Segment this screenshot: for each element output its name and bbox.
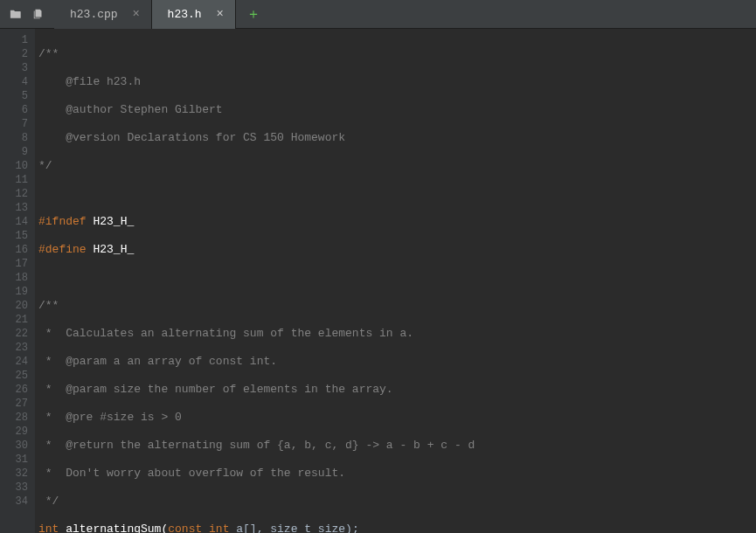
line-number: 25	[0, 369, 28, 383]
close-icon[interactable]: ×	[130, 8, 142, 20]
code-text: * @pre #size is > 0	[38, 411, 182, 424]
code-text: a[], size_t size);	[229, 523, 358, 533]
line-number: 26	[0, 383, 28, 397]
line-number: 13	[0, 201, 28, 215]
line-number: 19	[0, 285, 28, 299]
code-text: * @return the alternating sum of {a, b, …	[38, 439, 475, 452]
code-text: /**	[38, 47, 59, 60]
code-text: @version Declarations for CS 150 Homewor…	[38, 131, 345, 144]
code-text: * Don't worry about overflow of the resu…	[38, 467, 345, 480]
line-number: 34	[0, 495, 28, 509]
code-text: alternatingSum(	[59, 523, 168, 533]
folder-icon[interactable]	[9, 7, 23, 21]
line-number: 5	[0, 89, 28, 103]
line-number: 12	[0, 187, 28, 201]
line-number: 20	[0, 299, 28, 313]
line-number: 7	[0, 117, 28, 131]
line-number: 16	[0, 243, 28, 257]
line-number: 23	[0, 341, 28, 355]
line-number: 4	[0, 75, 28, 89]
code-text: */	[38, 495, 59, 508]
code-text: #define	[38, 243, 93, 256]
line-number: 28	[0, 411, 28, 425]
code-text: H23_H_	[93, 243, 134, 256]
line-number: 2	[0, 47, 28, 61]
line-number: 8	[0, 131, 28, 145]
files-icon[interactable]	[31, 7, 45, 21]
editor-area: 1234567891011121314151617181920212223242…	[0, 29, 756, 533]
tab-label: h23.cpp	[70, 8, 118, 21]
code-text: @file h23.h	[38, 75, 141, 88]
line-number: 15	[0, 229, 28, 243]
line-number: 1	[0, 33, 28, 47]
tab-label: h23.h	[168, 8, 202, 21]
line-number: 10	[0, 159, 28, 173]
line-number: 29	[0, 425, 28, 439]
line-number: 14	[0, 215, 28, 229]
code-text: @author Stephen Gilbert	[38, 103, 223, 116]
code-editor[interactable]: /** @file h23.h @author Stephen Gilbert …	[35, 29, 756, 533]
add-tab-button[interactable]: ＋	[245, 5, 262, 23]
tab-h23-h[interactable]: h23.h ×	[152, 0, 236, 29]
line-number: 22	[0, 327, 28, 341]
code-text: */	[38, 159, 52, 172]
line-number: 21	[0, 313, 28, 327]
line-number: 24	[0, 355, 28, 369]
line-number: 27	[0, 397, 28, 411]
code-text: #ifndef	[38, 215, 93, 228]
line-number: 6	[0, 103, 28, 117]
line-number-gutter: 1234567891011121314151617181920212223242…	[0, 29, 35, 533]
code-text: H23_H_	[93, 215, 134, 228]
line-number: 3	[0, 61, 28, 75]
code-text: * Calculates an alternating sum of the e…	[38, 327, 413, 340]
tab-bar-left-icons	[0, 7, 54, 21]
code-text: /**	[38, 299, 59, 312]
line-number: 32	[0, 467, 28, 481]
line-number: 31	[0, 453, 28, 467]
code-text: const int	[168, 523, 229, 533]
tab-bar: h23.cpp × h23.h × ＋	[0, 0, 756, 29]
code-text: * @param a an array of const int.	[38, 355, 277, 368]
code-text: * @param size the number of elements in …	[38, 383, 393, 396]
code-text: int	[38, 523, 59, 533]
line-number: 33	[0, 481, 28, 495]
close-icon[interactable]: ×	[214, 8, 226, 20]
tab-h23-cpp[interactable]: h23.cpp ×	[54, 0, 152, 29]
line-number: 11	[0, 173, 28, 187]
line-number: 30	[0, 439, 28, 453]
line-number: 18	[0, 271, 28, 285]
line-number: 17	[0, 257, 28, 271]
line-number: 9	[0, 145, 28, 159]
